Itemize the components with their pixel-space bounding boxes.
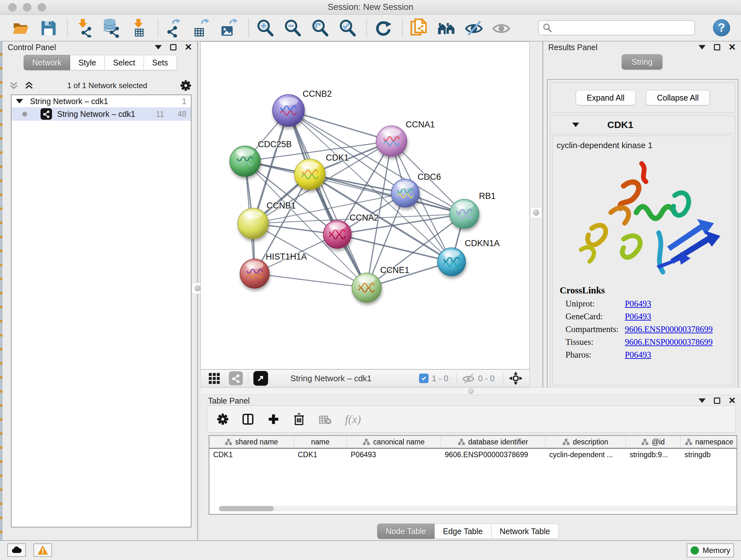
column-header[interactable]: namespace xyxy=(681,436,737,448)
open-session-button[interactable] xyxy=(11,18,30,38)
network-options-gear-icon[interactable] xyxy=(180,80,192,91)
warnings-button[interactable] xyxy=(33,543,52,557)
panel-menu-icon[interactable] xyxy=(698,45,705,50)
table-cell[interactable]: cyclin-dependent ... xyxy=(545,449,626,461)
network-node[interactable] xyxy=(323,220,351,248)
network-node[interactable] xyxy=(450,199,479,229)
horizontal-splitter-handle[interactable] xyxy=(468,388,474,394)
add-column-icon[interactable] xyxy=(267,413,280,426)
crosslink-row: GeneCard:P06493 xyxy=(565,312,729,321)
table-cell[interactable]: CDK1 xyxy=(294,449,347,461)
column-header[interactable]: @id xyxy=(626,436,681,448)
tab-string[interactable]: String xyxy=(622,54,662,70)
network-node[interactable] xyxy=(240,259,269,288)
delete-column-icon[interactable] xyxy=(293,413,306,426)
network-node[interactable] xyxy=(376,126,407,157)
import-network-button[interactable] xyxy=(74,18,94,38)
hide-panels-button[interactable] xyxy=(436,18,456,38)
expand-all-button[interactable]: Expand All xyxy=(576,90,636,105)
network-node[interactable] xyxy=(437,248,466,276)
memory-button[interactable]: Memory xyxy=(687,543,734,557)
node-label: CDKN1A xyxy=(465,239,500,248)
crosslink-link[interactable]: 9606.ENSP00000378699 xyxy=(625,324,713,334)
tab-style[interactable]: Style xyxy=(70,55,105,70)
network-view-canvas[interactable]: CCNB2 CCNA1 CDC25B CDK1 CDC6 RB1 CCNB1 C… xyxy=(200,42,530,369)
panel-float-icon[interactable] xyxy=(714,44,720,51)
column-header[interactable]: canonical name xyxy=(347,436,441,448)
table-cell[interactable]: 9606.ENSP00000378699 xyxy=(441,449,545,461)
table-cell[interactable]: stringdb:9... xyxy=(626,449,681,461)
zoom-out-button[interactable] xyxy=(283,18,302,38)
import-network-from-database-button[interactable] xyxy=(102,18,121,38)
table-cell[interactable]: stringdb xyxy=(681,449,737,461)
import-table-button[interactable] xyxy=(129,18,149,38)
network-collection-row[interactable]: String Network – cdk1 1 xyxy=(11,95,191,107)
tab-network-table[interactable]: Network Table xyxy=(491,523,559,539)
selected-checkbox-icon[interactable] xyxy=(419,374,428,383)
panel-menu-icon[interactable] xyxy=(698,398,705,403)
entry-collapse-icon[interactable] xyxy=(572,123,579,127)
collapse-all-icon[interactable] xyxy=(8,80,19,91)
column-header[interactable]: shared name xyxy=(209,436,294,448)
node-table[interactable]: shared namenamecanonical namedatabase id… xyxy=(209,435,737,515)
export-table-button[interactable] xyxy=(192,18,212,38)
birds-eye-view-button[interactable] xyxy=(509,371,523,386)
refresh-button[interactable] xyxy=(374,18,393,38)
help-button[interactable]: ? xyxy=(713,19,730,37)
open-in-window-button[interactable] xyxy=(253,371,268,386)
export-network-button[interactable] xyxy=(165,18,185,38)
table-horizontal-scrollbar[interactable] xyxy=(219,506,737,511)
collapse-all-button[interactable]: Collapse All xyxy=(646,90,710,105)
table-cell[interactable]: CDK1 xyxy=(209,449,294,461)
network-node[interactable] xyxy=(352,273,381,302)
network-node[interactable] xyxy=(391,179,419,207)
table-row[interactable]: CDK1CDK1P064939606.ENSP00000378699cyclin… xyxy=(209,449,737,461)
clone-network-button[interactable] xyxy=(409,18,429,38)
show-selection-button[interactable] xyxy=(491,18,511,38)
export-image-button[interactable] xyxy=(219,18,239,38)
save-session-button[interactable] xyxy=(38,18,58,38)
panel-close-icon[interactable]: ✕ xyxy=(729,43,736,52)
network-node[interactable] xyxy=(273,95,305,126)
panel-float-icon[interactable] xyxy=(714,397,720,404)
column-header[interactable]: database identifier xyxy=(441,436,545,448)
tab-sets[interactable]: Sets xyxy=(144,55,177,70)
search-input[interactable] xyxy=(555,23,690,32)
tab-network[interactable]: Network xyxy=(23,55,70,70)
crosslink-row: Tissues:9606.ENSP00000378699 xyxy=(565,337,729,347)
panel-menu-icon[interactable] xyxy=(155,45,162,50)
right-panel-splitter-handle[interactable] xyxy=(530,207,542,219)
hide-selection-button[interactable] xyxy=(464,18,484,38)
crosslink-link[interactable]: 9606.ENSP00000378699 xyxy=(625,337,713,347)
zoom-fit-button[interactable] xyxy=(310,18,330,38)
toolbar-search[interactable] xyxy=(538,20,695,36)
crosslink-link[interactable]: P06493 xyxy=(625,350,651,360)
network-node[interactable] xyxy=(294,159,325,190)
zoom-selected-button[interactable] xyxy=(338,18,357,38)
tab-edge-table[interactable]: Edge Table xyxy=(434,523,491,539)
collection-expand-icon[interactable] xyxy=(16,99,23,104)
column-header[interactable]: description xyxy=(545,436,626,448)
table-cell[interactable]: P06493 xyxy=(347,449,441,461)
tab-select[interactable]: Select xyxy=(105,55,144,70)
crosslink-link[interactable]: P06493 xyxy=(625,299,651,309)
table-options-gear-icon[interactable] xyxy=(217,413,229,425)
panel-close-icon[interactable]: ✕ xyxy=(185,43,192,52)
zoom-in-button[interactable] xyxy=(255,18,275,38)
panel-float-icon[interactable] xyxy=(170,44,177,51)
column-header[interactable]: name xyxy=(294,436,347,448)
panel-close-icon[interactable]: ✕ xyxy=(729,396,736,405)
grid-view-button[interactable] xyxy=(208,372,220,385)
network-graph[interactable]: CCNB2 CCNA1 CDC25B CDK1 CDC6 RB1 CCNB1 C… xyxy=(201,42,529,369)
network-node[interactable] xyxy=(238,208,268,239)
tab-node-table[interactable]: Node Table xyxy=(377,523,434,539)
crosslink-link[interactable]: P06493 xyxy=(625,312,651,321)
cloud-services-button[interactable] xyxy=(7,543,26,557)
network-row-selected[interactable]: String Network – cdk1 11 48 xyxy=(11,107,191,121)
string-view-button[interactable] xyxy=(229,371,243,385)
column-header-label: shared name xyxy=(235,438,278,446)
show-columns-icon[interactable] xyxy=(242,413,254,426)
expand-all-icon[interactable] xyxy=(23,80,35,91)
scrollbar-thumb[interactable] xyxy=(219,506,274,511)
network-node[interactable] xyxy=(230,146,260,177)
